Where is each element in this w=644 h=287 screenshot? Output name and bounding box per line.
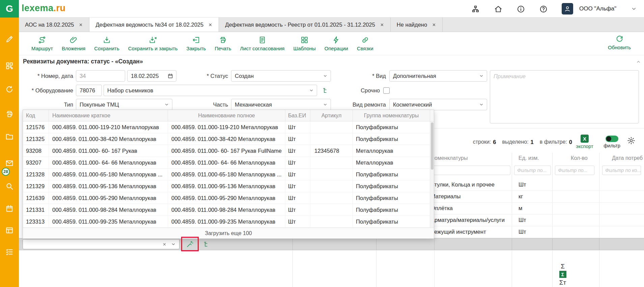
popup-column-short-name[interactable]: Наименование краткое xyxy=(49,110,168,121)
note-textarea[interactable]: Примечание xyxy=(490,70,639,123)
popup-row[interactable]: 121576000.4859. 011.000-119-210 Металлор… xyxy=(23,121,434,133)
links-button-label: Связки xyxy=(357,46,373,51)
nomenclature-combo[interactable] xyxy=(23,239,179,249)
section-divider xyxy=(434,128,644,128)
part-select[interactable]: Механическая xyxy=(231,99,331,110)
popup-row[interactable]: 93208000.4859. 011.000- 60- 167 Рукав000… xyxy=(23,145,434,157)
urgent-checkbox[interactable] xyxy=(383,87,390,94)
date-field[interactable]: 18.02.2025 xyxy=(127,70,176,82)
print-icon[interactable] xyxy=(5,110,14,118)
qr-grid-icon[interactable] xyxy=(5,61,14,70)
popup-cell: Полуфабрикаты xyxy=(353,133,430,145)
popup-cell: 000.4859. 011.000-95-290 Металлорукав xyxy=(168,192,285,204)
magic-wand-button[interactable] xyxy=(184,239,196,249)
print-button[interactable]: Печать xyxy=(210,36,235,51)
repair-kind-select[interactable]: Косметический xyxy=(389,99,487,110)
popup-cell: Шт xyxy=(285,145,310,156)
type-label: Тип xyxy=(13,99,73,110)
status-select[interactable]: Создан xyxy=(231,70,331,82)
load-more-button[interactable]: Загрузить еще 100 xyxy=(23,228,434,238)
tab-aos[interactable]: АОС на 18.02.2025 xyxy=(19,18,89,32)
filter-input-date[interactable]: Фильтр по ко... xyxy=(602,166,641,175)
popup-scrollbar-thumb[interactable] xyxy=(431,122,433,170)
brand-corner[interactable]: G xyxy=(0,0,19,18)
equipment-combo[interactable]: Набор съемников xyxy=(104,85,317,96)
save-close-button[interactable]: Сохранить и закрыть xyxy=(124,36,182,51)
operations-button[interactable]: Операции xyxy=(320,36,353,51)
gear-icon[interactable] xyxy=(627,136,636,145)
org-structure-icon[interactable] xyxy=(471,5,480,13)
search-icon[interactable] xyxy=(5,182,14,191)
brand-g: G xyxy=(6,3,13,14)
help-icon[interactable] xyxy=(539,5,548,13)
calendar-icon[interactable] xyxy=(5,204,14,213)
column-header-qty[interactable]: Кол-во xyxy=(571,155,588,161)
sum-icon[interactable]: Σ xyxy=(561,263,565,269)
popup-cell: 000.4859. 011.000- 64- 66 Металлорукав xyxy=(168,157,285,168)
tab-close-icon[interactable] xyxy=(380,23,384,27)
export-label: экспорт xyxy=(576,144,593,149)
filter-input-unit[interactable]: Фильтр по... xyxy=(514,166,551,175)
refresh-button[interactable]: Обновить xyxy=(604,35,635,50)
chevron-down-icon[interactable] xyxy=(631,5,637,12)
type-select[interactable]: Покупные ТМЦ xyxy=(76,99,172,110)
folder-icon[interactable] xyxy=(5,132,14,141)
equipment-hierarchy-button[interactable] xyxy=(320,85,331,96)
calendar-picker-icon[interactable] xyxy=(167,73,173,79)
popup-row[interactable]: 121325000.4859. 011.000-38-420 Металлору… xyxy=(23,133,434,145)
popup-column-article[interactable]: Артикул xyxy=(310,110,353,121)
popup-row[interactable]: 121329000.4859. 011.000-95-136 Металлору… xyxy=(23,180,434,192)
popup-cell: 121331 xyxy=(23,204,49,216)
tab-defect-statement[interactable]: Дефектная ведомость №34 от 18.02.2025 xyxy=(89,18,219,32)
number-field[interactable]: 34 xyxy=(76,70,125,82)
sum-total-icon[interactable]: Σт xyxy=(559,279,566,286)
close-button[interactable]: Закрыть xyxy=(182,36,211,51)
save-button[interactable]: Сохранить xyxy=(90,36,124,51)
equipment-code-field[interactable]: 78076 xyxy=(76,85,102,96)
popup-row[interactable]: 121331000.4859. 011.000-98-284 Металлору… xyxy=(23,204,434,216)
hierarchy-view-button[interactable] xyxy=(201,239,212,249)
tab-not-found[interactable]: Не найдено xyxy=(391,18,443,32)
popup-column-code[interactable]: Код xyxy=(23,110,49,121)
popup-column-full-name[interactable]: Наименование полное xyxy=(168,110,285,121)
tab-defect-register[interactable]: Дефектная ведомость - Реестр от 01.01.20… xyxy=(219,18,391,32)
kind-select[interactable]: Дополнительная xyxy=(389,70,487,82)
popup-row[interactable]: 123313000.4859. 011.000-99-235 Металлору… xyxy=(23,216,434,228)
route-button[interactable]: Маршрут xyxy=(27,36,57,51)
collapse-section-icon[interactable] xyxy=(636,59,641,65)
toggle-track[interactable] xyxy=(606,136,618,142)
popup-column-base-unit[interactable]: Баз.ЕИ xyxy=(285,110,310,121)
chevron-down-icon[interactable] xyxy=(171,241,176,247)
filter-toggle[interactable]: фильтр xyxy=(601,136,623,148)
export-excel-button[interactable]: X экспорт xyxy=(575,135,595,149)
popup-scrollbar[interactable] xyxy=(430,121,434,228)
brand-logo[interactable]: lexema.ru xyxy=(22,3,66,13)
info-icon[interactable] xyxy=(516,5,525,13)
popup-rows: 121576000.4859. 011.000-119-210 Металлор… xyxy=(23,121,434,228)
popup-column-group[interactable]: Группа номенклатуры xyxy=(353,110,430,121)
mail-icon[interactable] xyxy=(5,159,14,168)
sum-selected-icon[interactable]: Σ xyxy=(559,271,566,278)
attachments-button[interactable]: Вложения xyxy=(57,36,90,51)
popup-row[interactable]: 121328000.4859. 011.000-65-180 Металлору… xyxy=(23,169,434,180)
popup-row[interactable]: 93207000.4859. 011.000- 64- 66 Металлору… xyxy=(23,157,434,169)
grid-cell-unit: кг xyxy=(519,193,523,200)
popup-row[interactable]: 121639000.4859. 011.000-95-290 Металлору… xyxy=(23,192,434,204)
task-list-icon[interactable] xyxy=(5,248,14,256)
tab-close-icon[interactable] xyxy=(79,23,83,27)
column-header-date[interactable]: Дата потребности xyxy=(612,155,643,161)
filter-input-qty[interactable]: Фильтр по... xyxy=(555,166,594,175)
home-icon[interactable] xyxy=(494,5,502,13)
tab-close-icon[interactable] xyxy=(432,23,436,27)
company-name: ООО "Альфа" xyxy=(579,5,616,12)
approval-sheet-button[interactable]: Лист согласования xyxy=(236,36,289,51)
templates-button[interactable]: Шаблоны xyxy=(289,36,320,51)
form-edit-icon[interactable] xyxy=(5,226,14,235)
edit-pencil-icon[interactable] xyxy=(5,35,14,44)
tab-close-icon[interactable] xyxy=(208,23,213,27)
user-avatar[interactable] xyxy=(562,3,573,15)
links-button[interactable]: Связки xyxy=(353,36,378,51)
clear-icon[interactable] xyxy=(162,242,167,247)
column-header-unit[interactable]: Ед. изм. xyxy=(519,155,539,161)
popup-cell: Шт xyxy=(285,157,310,168)
